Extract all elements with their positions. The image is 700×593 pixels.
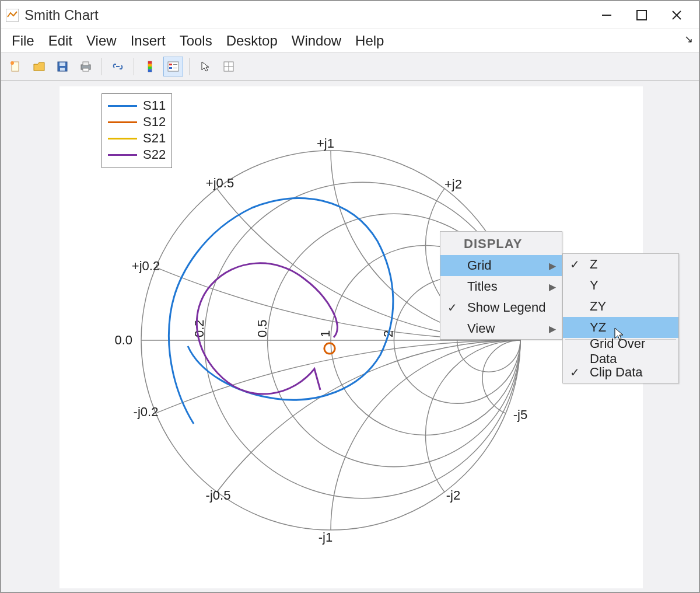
minimize-button[interactable] bbox=[589, 4, 624, 27]
axis-label-j02p: +j0.2 bbox=[132, 259, 160, 273]
legend-item-s11[interactable]: S11 bbox=[108, 97, 166, 114]
submenu-label: YZ bbox=[590, 320, 606, 335]
submenu-item-zy[interactable]: ZY bbox=[563, 296, 678, 317]
svg-rect-12 bbox=[83, 68, 89, 71]
submenu-label: Z bbox=[590, 257, 597, 272]
app-icon bbox=[6, 9, 19, 22]
submenu-item-y[interactable]: Y bbox=[563, 275, 678, 296]
submenu-item-gridoverdata[interactable]: Grid Over Data bbox=[563, 341, 678, 362]
context-menu-header: DISPLAY bbox=[440, 232, 562, 255]
axis-label-j05n: -j0.5 bbox=[206, 488, 231, 503]
context-menu-item-view[interactable]: View ▶ bbox=[440, 318, 562, 339]
axis-label-j05p: +j0.5 bbox=[206, 176, 234, 190]
toolbar-separator bbox=[189, 58, 190, 75]
svg-rect-21 bbox=[169, 67, 172, 69]
axis-label-left: 0.0 bbox=[114, 333, 132, 347]
context-menu-display: DISPLAY Grid ▶ Titles ▶ ✓ Show Legend Vi… bbox=[440, 231, 562, 340]
svg-rect-18 bbox=[168, 62, 178, 71]
context-menu-label: View bbox=[467, 321, 495, 336]
svg-rect-11 bbox=[83, 62, 89, 65]
axis-label-j1n: -j1 bbox=[318, 530, 332, 545]
submenu-arrow-icon: ▶ bbox=[549, 281, 556, 292]
svg-rect-9 bbox=[60, 68, 65, 71]
toolbar-separator bbox=[134, 58, 134, 75]
menu-insert[interactable]: Insert bbox=[124, 30, 173, 51]
submenu-label: Clip Data bbox=[590, 365, 642, 380]
context-menu-item-grid[interactable]: Grid ▶ bbox=[440, 255, 562, 276]
svg-rect-8 bbox=[60, 62, 65, 66]
submenu-item-clipdata[interactable]: ✓ Clip Data bbox=[563, 362, 678, 383]
svg-rect-16 bbox=[148, 67, 152, 69]
submenu-item-yz[interactable]: YZ bbox=[563, 317, 678, 338]
legend[interactable]: S11 S12 S21 S22 bbox=[102, 93, 172, 168]
data-cursor-button[interactable] bbox=[219, 57, 239, 76]
context-menu-label: Grid bbox=[467, 258, 492, 273]
undock-icon[interactable]: ↘ bbox=[684, 33, 693, 46]
legend-label: S12 bbox=[143, 114, 166, 130]
pointer-button[interactable] bbox=[195, 57, 215, 76]
legend-swatch bbox=[108, 154, 137, 156]
legend-label: S22 bbox=[143, 147, 166, 162]
svg-rect-17 bbox=[148, 69, 152, 72]
menu-desktop[interactable]: Desktop bbox=[219, 30, 285, 51]
figure-canvas[interactable]: 0.0 +j0.2 +j0.5 +j1 +j2 -j0.2 -j0.5 -j1 … bbox=[1, 81, 699, 593]
legend-item-s22[interactable]: S22 bbox=[108, 146, 166, 163]
menu-window[interactable]: Window bbox=[285, 30, 348, 51]
maximize-button[interactable] bbox=[624, 4, 659, 27]
check-icon: ✓ bbox=[447, 301, 457, 315]
window-title: Smith Chart bbox=[24, 7, 99, 23]
link-button[interactable] bbox=[108, 57, 128, 76]
axis-label-j2p: +j2 bbox=[444, 177, 462, 191]
legend-label: S21 bbox=[143, 131, 166, 146]
svg-rect-14 bbox=[148, 61, 152, 64]
svg-point-6 bbox=[10, 61, 14, 65]
menu-help[interactable]: Help bbox=[348, 30, 391, 51]
menubar: File Edit View Insert Tools Desktop Wind… bbox=[1, 29, 699, 53]
context-menu-item-titles[interactable]: Titles ▶ bbox=[440, 276, 562, 297]
colorbar-button[interactable] bbox=[140, 57, 160, 76]
axis-label-j2n: -j2 bbox=[446, 488, 460, 503]
menu-tools[interactable]: Tools bbox=[173, 30, 219, 51]
axis-tick-05: 0.5 bbox=[255, 319, 270, 337]
toolbar-separator bbox=[102, 58, 102, 75]
submenu-arrow-icon: ▶ bbox=[549, 323, 556, 334]
window-titlebar: Smith Chart bbox=[1, 1, 699, 29]
legend-label: S11 bbox=[143, 98, 166, 113]
svg-rect-15 bbox=[148, 64, 152, 67]
open-file-button[interactable] bbox=[29, 57, 49, 76]
context-menu-label: Show Legend bbox=[467, 300, 546, 315]
svg-rect-2 bbox=[637, 11, 646, 20]
submenu-label: Y bbox=[590, 278, 598, 293]
axis-label-j02n: -j0.2 bbox=[134, 404, 159, 419]
new-file-button[interactable] bbox=[6, 57, 26, 76]
svg-rect-19 bbox=[169, 64, 172, 65]
context-menu-label: Titles bbox=[467, 279, 498, 294]
toolbar bbox=[1, 53, 699, 81]
axis-tick-1: 1 bbox=[318, 330, 332, 337]
axis-tick-02: 0.2 bbox=[192, 319, 206, 337]
check-icon: ✓ bbox=[570, 365, 580, 379]
close-button[interactable] bbox=[659, 4, 694, 27]
submenu-grid: ✓ Z Y ZY YZ Grid Over Data ✓ Clip Data bbox=[562, 253, 679, 383]
legend-swatch bbox=[108, 121, 137, 123]
axis-label-j1p: +j1 bbox=[317, 136, 334, 151]
submenu-item-z[interactable]: ✓ Z bbox=[563, 254, 678, 275]
menu-edit[interactable]: Edit bbox=[41, 30, 79, 51]
legend-swatch bbox=[108, 105, 137, 107]
save-file-button[interactable] bbox=[52, 57, 72, 76]
print-button[interactable] bbox=[76, 57, 96, 76]
menu-file[interactable]: File bbox=[5, 30, 41, 51]
check-icon: ✓ bbox=[570, 257, 580, 271]
submenu-arrow-icon: ▶ bbox=[549, 260, 556, 271]
menu-view[interactable]: View bbox=[79, 30, 124, 51]
axis-label-j5n: -j5 bbox=[513, 407, 527, 422]
legend-item-s12[interactable]: S12 bbox=[108, 114, 166, 130]
legend-item-s21[interactable]: S21 bbox=[108, 130, 166, 146]
legend-swatch bbox=[108, 138, 137, 139]
legend-button[interactable] bbox=[163, 57, 183, 76]
context-menu-item-showlegend[interactable]: ✓ Show Legend bbox=[440, 297, 562, 318]
submenu-label: ZY bbox=[590, 299, 606, 314]
